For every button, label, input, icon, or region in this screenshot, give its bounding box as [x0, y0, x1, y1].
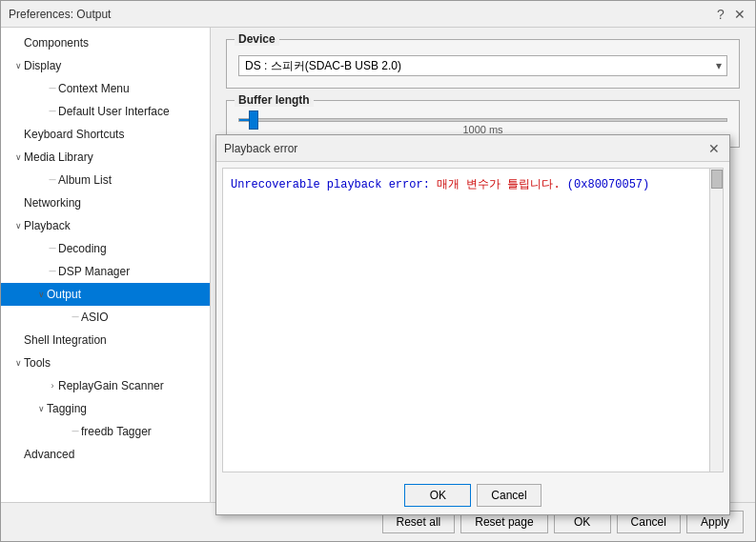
dialog-title: Playback error: [224, 142, 297, 155]
sidebar-label-tagging: Tagging: [47, 402, 87, 415]
arrow-dash3: ─: [47, 174, 58, 186]
sidebar-item-dsp-manager[interactable]: ─ DSP Manager: [1, 260, 210, 283]
display-arrow: ∨: [12, 60, 24, 71]
sidebar-label-playback: Playback: [24, 219, 71, 232]
dialog-cancel-button[interactable]: Cancel: [477, 484, 541, 507]
arrow-spacer3: [12, 197, 24, 209]
sidebar-label-asio: ASIO: [81, 311, 109, 324]
sidebar-label-output: Output: [47, 288, 81, 301]
window-title: Preferences: Output: [9, 8, 111, 21]
buffer-legend: Buffer length: [235, 93, 314, 107]
sidebar-item-default-ui[interactable]: ─ Default User Interface: [1, 100, 210, 123]
arrow-dash: ─: [47, 83, 58, 94]
sidebar-label-context-menu: Context Menu: [58, 82, 130, 95]
arrow-dash6: ─: [70, 311, 81, 323]
arrow-spacer: [12, 37, 24, 49]
playback-arrow: ∨: [12, 220, 24, 231]
sidebar-item-networking[interactable]: Networking: [1, 191, 210, 214]
arrow-spacer2: [12, 129, 24, 140]
sidebar-item-output[interactable]: ∨ Output: [1, 283, 210, 306]
sidebar-label-album-list: Album List: [58, 173, 112, 187]
sidebar-label-keyboard-shortcuts: Keyboard Shortcuts: [24, 128, 124, 141]
sidebar-item-tools[interactable]: ∨ Tools: [1, 351, 210, 374]
device-legend: Device: [235, 32, 279, 46]
sidebar-label-display: Display: [24, 59, 61, 72]
sidebar-item-playback[interactable]: ∨ Playback: [1, 214, 210, 237]
sidebar-item-context-menu[interactable]: ─ Context Menu: [1, 77, 210, 100]
sidebar-label-components: Components: [24, 36, 89, 50]
sidebar-label-networking: Networking: [24, 196, 81, 210]
sidebar-item-display[interactable]: ∨ Display: [1, 54, 210, 77]
error-korean: 매개 변수가 틀립니다.: [437, 178, 561, 191]
error-code: (0x80070057): [567, 178, 649, 191]
sidebar-label-default-ui: Default User Interface: [58, 105, 170, 118]
sidebar-label-dsp-manager: DSP Manager: [58, 265, 130, 278]
slider-thumb[interactable]: [249, 110, 258, 130]
slider-track[interactable]: [238, 118, 727, 122]
sidebar-item-replaygain[interactable]: › ReplayGain Scanner: [1, 374, 210, 397]
media-library-arrow: ∨: [12, 151, 24, 163]
sidebar-item-shell-integration[interactable]: Shell Integration: [1, 329, 210, 351]
device-select-row: DS : 스피커(SDAC-B USB 2.0): [238, 55, 727, 76]
sidebar-label-freedb: freedb Tagger: [81, 425, 152, 438]
device-select[interactable]: DS : 스피커(SDAC-B USB 2.0): [238, 55, 727, 76]
slider-container: [238, 118, 727, 122]
sidebar-item-asio[interactable]: ─ ASIO: [1, 306, 210, 329]
error-prefix: Unrecoverable playback error:: [231, 178, 437, 191]
tools-arrow: ∨: [12, 357, 24, 369]
device-select-wrapper[interactable]: DS : 스피커(SDAC-B USB 2.0): [238, 55, 727, 76]
sidebar-item-tagging[interactable]: ∨ Tagging: [1, 397, 210, 420]
help-button[interactable]: ?: [713, 7, 728, 22]
error-dialog: Playback error ✕ Unrecoverable playback …: [215, 134, 730, 515]
scrollbar-vertical[interactable]: [709, 169, 723, 472]
arrow-right: ›: [47, 380, 58, 391]
sidebar-label-media-library: Media Library: [24, 151, 93, 164]
sidebar-label-tools: Tools: [24, 356, 51, 370]
close-button[interactable]: ✕: [732, 7, 747, 22]
error-text-block: Unrecoverable playback error: 매개 변수가 틀립니…: [223, 169, 723, 201]
sidebar-item-advanced[interactable]: Advanced: [1, 443, 210, 466]
dialog-title-bar: Playback error ✕: [216, 135, 729, 162]
sidebar: Components ∨ Display ─ Context Menu: [1, 28, 211, 502]
arrow-dash4: ─: [47, 243, 58, 254]
sidebar-label-decoding: Decoding: [58, 242, 107, 255]
arrow-spacer5: [12, 449, 24, 460]
device-section: Device DS : 스피커(SDAC-B USB 2.0): [226, 39, 740, 89]
title-bar: Preferences: Output ? ✕: [1, 1, 755, 28]
sidebar-label-shell-integration: Shell Integration: [24, 333, 107, 347]
scrollbar-thumb[interactable]: [711, 170, 723, 189]
tagging-arrow: ∨: [35, 403, 47, 414]
sidebar-item-keyboard-shortcuts[interactable]: Keyboard Shortcuts: [1, 123, 210, 146]
sidebar-label-advanced: Advanced: [24, 448, 74, 461]
dialog-ok-button[interactable]: OK: [404, 484, 471, 507]
sidebar-item-components[interactable]: Components: [1, 31, 210, 54]
main-window: Preferences: Output ? ✕ Components ∨ Dis…: [0, 0, 756, 542]
title-bar-controls: ? ✕: [713, 7, 747, 22]
arrow-dash2: ─: [47, 106, 58, 117]
dialog-close-button[interactable]: ✕: [706, 141, 722, 156]
sidebar-item-media-library[interactable]: ∨ Media Library: [1, 146, 210, 169]
sidebar-label-replaygain: ReplayGain Scanner: [58, 379, 164, 392]
arrow-dash7: ─: [70, 426, 81, 437]
dialog-bottom-bar: OK Cancel: [216, 478, 729, 514]
output-arrow: ∨: [35, 289, 47, 300]
arrow-spacer4: [12, 334, 24, 346]
dialog-content: Unrecoverable playback error: 매개 변수가 틀립니…: [222, 168, 724, 472]
sidebar-item-decoding[interactable]: ─ Decoding: [1, 237, 210, 260]
sidebar-item-freedb[interactable]: ─ freedb Tagger: [1, 420, 210, 443]
sidebar-item-album-list[interactable]: ─ Album List: [1, 169, 210, 191]
arrow-dash5: ─: [47, 266, 58, 277]
